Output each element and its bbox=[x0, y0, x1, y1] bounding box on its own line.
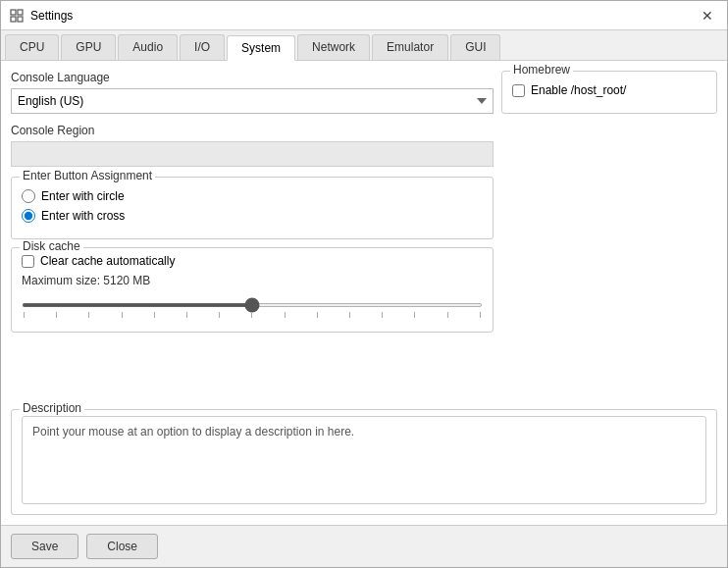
tick-11 bbox=[349, 312, 350, 318]
tab-audio[interactable]: Audio bbox=[118, 34, 178, 60]
tick-5 bbox=[154, 312, 155, 318]
tick-2 bbox=[56, 312, 57, 318]
spacer bbox=[11, 340, 717, 401]
enable-homebrew-item[interactable]: Enable /host_root/ bbox=[512, 77, 706, 103]
tick-15 bbox=[480, 312, 481, 318]
enter-button-group: Enter Button Assignment Enter with circl… bbox=[11, 177, 494, 239]
clear-cache-label: Clear cache automatically bbox=[40, 254, 175, 268]
title-bar: Settings ✕ bbox=[1, 1, 727, 30]
console-language-group: Console Language English (US) bbox=[11, 71, 494, 114]
tab-io[interactable]: I/O bbox=[180, 34, 225, 60]
tick-13 bbox=[414, 312, 415, 318]
tab-cpu[interactable]: CPU bbox=[5, 34, 59, 60]
description-label: Description bbox=[20, 401, 84, 415]
tick-10 bbox=[317, 312, 318, 318]
disk-cache-label: Disk cache bbox=[20, 239, 83, 253]
console-language-select[interactable]: English (US) bbox=[11, 88, 494, 114]
tick-8 bbox=[251, 312, 252, 318]
tab-gui[interactable]: GUI bbox=[450, 34, 500, 60]
enable-homebrew-label: Enable /host_root/ bbox=[531, 83, 626, 97]
console-region-select[interactable] bbox=[11, 141, 494, 167]
radio-circle-item[interactable]: Enter with circle bbox=[22, 189, 483, 203]
radio-group: Enter with circle Enter with cross bbox=[22, 183, 483, 229]
radio-circle-label: Enter with circle bbox=[41, 189, 125, 203]
settings-window: Settings ✕ CPU GPU Audio I/O System Netw… bbox=[0, 0, 728, 568]
description-group: Description Point your mouse at an optio… bbox=[11, 409, 717, 515]
top-sections: Console Language English (US) Console Re… bbox=[11, 71, 717, 333]
disk-cache-slider[interactable] bbox=[22, 303, 483, 307]
close-button[interactable]: Close bbox=[86, 534, 158, 559]
description-section: Description Point your mouse at an optio… bbox=[11, 409, 717, 515]
tab-emulator[interactable]: Emulator bbox=[372, 34, 448, 60]
window-title: Settings bbox=[30, 9, 696, 23]
disk-cache-group: Disk cache Clear cache automatically Max… bbox=[11, 247, 494, 333]
button-bar: Save Close bbox=[1, 525, 727, 567]
max-size-text: Maximum size: 5120 MB bbox=[22, 274, 483, 287]
tick-6 bbox=[186, 312, 187, 318]
tick-7 bbox=[219, 312, 220, 318]
enter-button-label: Enter Button Assignment bbox=[20, 169, 155, 182]
radio-cross-item[interactable]: Enter with cross bbox=[22, 209, 483, 223]
enable-homebrew-checkbox[interactable] bbox=[512, 84, 525, 97]
radio-circle-input[interactable] bbox=[22, 189, 35, 203]
console-region-label: Console Region bbox=[11, 124, 494, 137]
svg-rect-0 bbox=[11, 10, 16, 15]
close-button[interactable]: ✕ bbox=[696, 4, 719, 27]
tick-4 bbox=[122, 312, 123, 318]
clear-cache-checkbox[interactable] bbox=[22, 255, 34, 268]
slider-container bbox=[22, 291, 483, 322]
content-area: Console Language English (US) Console Re… bbox=[1, 61, 727, 525]
left-section: Console Language English (US) Console Re… bbox=[11, 71, 494, 333]
app-icon bbox=[9, 8, 25, 24]
homebrew-group: Homebrew Enable /host_root/ bbox=[501, 71, 717, 114]
tab-gpu[interactable]: GPU bbox=[61, 34, 116, 60]
svg-rect-1 bbox=[18, 10, 23, 15]
save-button[interactable]: Save bbox=[11, 534, 78, 559]
tick-1 bbox=[24, 312, 25, 318]
svg-rect-2 bbox=[11, 17, 16, 22]
tick-12 bbox=[382, 312, 383, 318]
tick-3 bbox=[88, 312, 89, 318]
radio-cross-input[interactable] bbox=[22, 209, 35, 223]
clear-cache-item[interactable]: Clear cache automatically bbox=[22, 254, 483, 268]
console-language-label: Console Language bbox=[11, 71, 494, 84]
tick-9 bbox=[285, 312, 286, 318]
tab-system[interactable]: System bbox=[227, 35, 295, 61]
tab-network[interactable]: Network bbox=[297, 34, 370, 60]
homebrew-label: Homebrew bbox=[510, 63, 573, 77]
radio-cross-label: Enter with cross bbox=[41, 209, 125, 223]
right-section: Homebrew Enable /host_root/ bbox=[501, 71, 717, 333]
tab-bar: CPU GPU Audio I/O System Network Emulato… bbox=[1, 30, 727, 61]
svg-rect-3 bbox=[18, 17, 23, 22]
tick-14 bbox=[447, 312, 448, 318]
console-region-group: Console Region bbox=[11, 124, 494, 167]
description-text: Point your mouse at an option to display… bbox=[22, 416, 706, 504]
